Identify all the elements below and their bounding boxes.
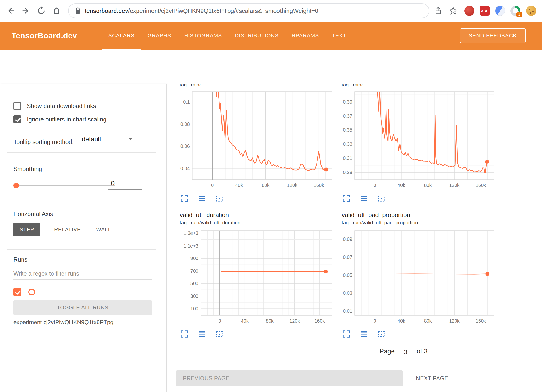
- fit-domain-icon[interactable]: [378, 330, 386, 338]
- browser-toolbar: tensorboard.dev/experiment/cj2vtPiwQHKN9…: [0, 0, 542, 22]
- axis-wall-button[interactable]: WALL: [95, 226, 112, 233]
- show-download-links-checkbox[interactable]: [13, 102, 21, 110]
- svg-text:0.05: 0.05: [343, 272, 352, 278]
- line-chart[interactable]: 0.010.030.050.070.09040k80k120k160k: [342, 226, 496, 326]
- svg-text:0.07: 0.07: [343, 254, 352, 260]
- expand-chart-icon[interactable]: [180, 194, 189, 203]
- home-icon: [52, 6, 61, 16]
- tab-histograms[interactable]: HISTOGRAMS: [178, 22, 229, 50]
- cookie-icon[interactable]: [526, 6, 536, 16]
- axis-step-button[interactable]: STEP: [13, 223, 40, 236]
- chart-tag: tag: train/…: [342, 84, 496, 88]
- tab-distributions[interactable]: DISTRIBUTIONS: [228, 22, 285, 50]
- run-checkbox[interactable]: [13, 288, 21, 296]
- svg-text:40k: 40k: [398, 318, 405, 323]
- tab-scalars[interactable]: SCALARS: [102, 22, 141, 50]
- forward-button[interactable]: [21, 6, 31, 16]
- extension-icon-abp[interactable]: ABP: [480, 6, 490, 16]
- svg-text:300: 300: [190, 294, 198, 299]
- svg-text:80k: 80k: [266, 318, 274, 323]
- horizontal-axis-buttons: STEP RELATIVE WALL: [13, 223, 112, 236]
- chart-card-valid-utt-duration: valid_utt_duration tag: train/valid_utt_…: [180, 211, 334, 338]
- line-chart[interactable]: 1003005007009001.1e+31.3e+3040k80k120k16…: [180, 226, 334, 326]
- expand-chart-icon[interactable]: [342, 330, 351, 338]
- app-header: TensorBoard.dev SCALARS GRAPHS HISTOGRAM…: [0, 22, 542, 50]
- svg-text:100: 100: [190, 306, 198, 311]
- run-row: .: [13, 287, 42, 297]
- smoothing-value-input[interactable]: [108, 178, 142, 190]
- svg-text:0.35: 0.35: [343, 127, 352, 133]
- chart-tag: tag: train/valid_utt_pad_proportion: [342, 219, 496, 226]
- previous-page-button[interactable]: PREVIOUS PAGE: [176, 370, 403, 386]
- bookmark-star-button[interactable]: [448, 5, 459, 16]
- svg-text:0: 0: [219, 318, 221, 323]
- svg-text:40k: 40k: [398, 183, 405, 188]
- smoothing-slider[interactable]: [14, 185, 115, 186]
- horizontal-axis-label: Horizontal Axis: [13, 211, 53, 218]
- fit-domain-icon[interactable]: [378, 194, 386, 203]
- svg-text:0.31: 0.31: [343, 156, 352, 161]
- line-chart[interactable]: 0.040.060.080.1040k80k120k160k: [180, 88, 334, 190]
- tab-hparams[interactable]: HPARAMS: [285, 22, 325, 50]
- svg-text:160k: 160k: [314, 318, 325, 323]
- send-feedback-button[interactable]: SEND FEEDBACK: [460, 28, 526, 43]
- fit-domain-icon[interactable]: [216, 194, 224, 203]
- ignore-outliers-label: Ignore outliers in chart scaling: [27, 116, 106, 123]
- url-path: /experiment/cj2vtPiwQHKN9Q1tx6PTpg/#scal…: [128, 7, 318, 14]
- url-text: tensorboard.dev/experiment/cj2vtPiwQHKN9…: [85, 7, 318, 14]
- chart-card-top-left: tag: train/… 0.040.060.080.1040k80k120k1…: [180, 84, 334, 203]
- smoothing-slider-thumb[interactable]: [13, 183, 19, 188]
- next-page-button[interactable]: NEXT PAGE: [410, 370, 454, 386]
- reload-button[interactable]: [36, 6, 46, 16]
- expand-chart-icon[interactable]: [180, 330, 189, 338]
- extension-icon-adblock[interactable]: [464, 6, 474, 16]
- data-series-icon[interactable]: [360, 330, 369, 338]
- data-series-icon[interactable]: [198, 194, 207, 203]
- url-bar[interactable]: tensorboard.dev/experiment/cj2vtPiwQHKN9…: [68, 3, 429, 18]
- settings-sidebar: Show data download links Ignore outliers…: [0, 84, 167, 392]
- runs-label: Runs: [13, 256, 27, 263]
- svg-text:80k: 80k: [424, 318, 432, 323]
- tab-text[interactable]: TEXT: [325, 22, 353, 50]
- chart-actions: [342, 330, 496, 338]
- svg-text:0.04: 0.04: [180, 166, 190, 171]
- chart-tag: tag: train/valid_utt_duration: [180, 219, 334, 226]
- svg-text:0: 0: [211, 183, 214, 188]
- axis-relative-button[interactable]: RELATIVE: [53, 226, 82, 233]
- home-button[interactable]: [51, 6, 62, 16]
- svg-text:900: 900: [190, 256, 198, 261]
- svg-text:160k: 160k: [476, 183, 486, 188]
- svg-text:80k: 80k: [424, 183, 432, 188]
- svg-text:0.06: 0.06: [180, 144, 190, 149]
- expand-chart-icon[interactable]: [342, 194, 351, 203]
- svg-text:700: 700: [190, 268, 198, 274]
- svg-text:40k: 40k: [235, 183, 243, 188]
- divider: [7, 152, 156, 153]
- tooltip-sorting-select[interactable]: default: [80, 136, 134, 145]
- share-button[interactable]: [433, 5, 444, 16]
- abp-label: ABP: [481, 9, 488, 13]
- lock-icon[interactable]: [75, 7, 81, 15]
- app-logo: TensorBoard.dev: [12, 31, 77, 40]
- pagination: Page of 3: [380, 347, 427, 356]
- data-series-icon[interactable]: [198, 330, 207, 338]
- extension-icon-pie[interactable]: [495, 6, 505, 16]
- line-chart[interactable]: 0.290.310.330.350.370.39040k80k120k160k: [342, 88, 496, 190]
- tab-graphs[interactable]: GRAPHS: [141, 22, 178, 50]
- run-name: .: [41, 288, 42, 296]
- svg-text:500: 500: [190, 281, 198, 286]
- toggle-all-runs-button[interactable]: TOGGLE ALL RUNS: [13, 300, 152, 315]
- tooltip-sorting-label: Tooltip sorting method:: [13, 138, 74, 145]
- fit-domain-icon[interactable]: [216, 330, 224, 338]
- data-series-icon[interactable]: [360, 194, 369, 203]
- ignore-outliers-checkbox[interactable]: [13, 115, 21, 123]
- svg-text:0.01: 0.01: [343, 308, 352, 314]
- chart-title: valid_utt_duration: [180, 211, 334, 219]
- svg-text:0: 0: [374, 318, 376, 323]
- back-button[interactable]: [5, 6, 16, 16]
- experiment-id: experiment cj2vtPiwQHKN9Q1tx6PTpg: [13, 319, 114, 326]
- runs-filter-input[interactable]: [13, 268, 152, 280]
- extension-icon-donut[interactable]: 1: [510, 6, 520, 16]
- svg-text:160k: 160k: [314, 183, 324, 188]
- page-number-input[interactable]: [399, 349, 412, 357]
